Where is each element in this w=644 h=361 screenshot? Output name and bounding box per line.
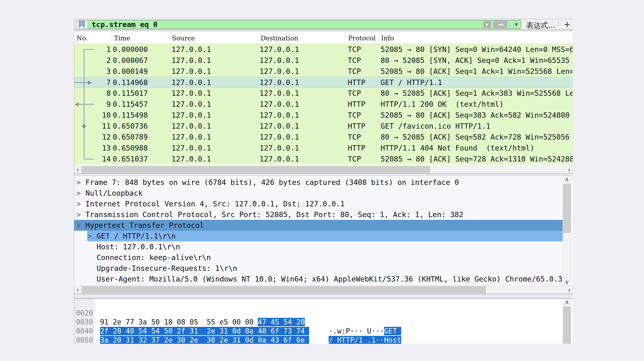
column-header-protocol[interactable]: Protocol (348, 34, 376, 42)
display-filter-input[interactable]: tcp.stream eq 0 × → ▾ (88, 21, 521, 29)
apply-filter-button[interactable]: → (493, 21, 508, 28)
wireshark-window: tcp.stream eq 0 × → ▾ 表达式… + No. Time So… (74, 19, 572, 344)
column-header-no[interactable]: No. (76, 34, 88, 42)
column-divider[interactable] (345, 31, 345, 44)
display-filter-box[interactable]: tcp.stream eq 0 × → ▾ (76, 20, 521, 29)
packet-row[interactable]: 7 0.114968 127.0.0.1 127.0.0.1 HTTP GET … (74, 77, 573, 88)
expander-icon[interactable]: ∨ (76, 220, 81, 231)
detail-row[interactable]: > Frame 7: 848 bytes on wire (6784 bits)… (74, 177, 563, 188)
expander-icon[interactable]: > (76, 188, 81, 198)
packet-row[interactable]: 8 0.115017 127.0.0.1 127.0.0.1 TCP 80 → … (74, 88, 573, 99)
scroll-left-icon[interactable]: ‹ (74, 286, 81, 293)
packet-destination: 127.0.0.1 (260, 77, 299, 88)
packet-source: 127.0.0.1 (172, 154, 211, 165)
packet-row[interactable]: 3 0.000149 127.0.0.1 127.0.0.1 TCP 52085… (74, 66, 573, 77)
detail-text: Frame 7: 848 bytes on wire (6784 bits), … (86, 177, 459, 188)
detail-vscrollbar[interactable]: ∧ ∨ (563, 176, 571, 286)
related-packet-mark (74, 121, 94, 132)
packet-destination: 127.0.0.1 (260, 88, 299, 99)
detail-row[interactable]: Host: 127.0.0.1\r\n (74, 241, 563, 252)
packet-row[interactable]: 10 0.115498 127.0.0.1 127.0.0.1 TCP 5208… (74, 110, 573, 121)
add-filter-button[interactable]: + (564, 20, 570, 29)
detail-row[interactable]: > Null/Loopback (74, 188, 563, 198)
packet-protocol: HTTP (348, 99, 365, 110)
detail-row[interactable]: > Transmission Control Protocol, Src Por… (74, 209, 563, 220)
packet-destination: 127.0.0.1 (260, 132, 299, 143)
hex-vscrollbar[interactable]: ∧ (563, 298, 571, 344)
clear-filter-button[interactable]: × (484, 21, 491, 28)
hex-row[interactable]: 0020 91 2e 77 3a 50 18 08 05 55 e5 00 00… (74, 299, 573, 309)
pane-splitter[interactable] (74, 174, 573, 176)
packet-protocol: TCP (348, 55, 361, 66)
filter-dropdown-icon[interactable]: ▾ (515, 21, 518, 28)
expression-button[interactable]: 表达式… (526, 21, 555, 30)
column-divider[interactable] (258, 31, 259, 44)
packet-row[interactable]: 14 0.651037 127.0.0.1 127.0.0.1 TCP 5208… (74, 154, 573, 165)
scrollbar-thumb[interactable] (563, 184, 571, 233)
packet-no: 1 (94, 44, 111, 55)
scroll-up-icon[interactable]: ∧ (563, 299, 571, 306)
packet-row[interactable]: 2 0.000067 127.0.0.1 127.0.0.1 TCP 80 → … (74, 55, 573, 66)
column-header-info[interactable]: Info (381, 34, 394, 42)
packet-row[interactable]: 11 0.650736 127.0.0.1 127.0.0.1 HTTP GET… (74, 121, 573, 132)
toolbar-separator (558, 21, 558, 27)
packet-protocol: TCP (348, 88, 361, 99)
scrollbar-thumb[interactable] (563, 306, 571, 344)
pane-splitter[interactable] (74, 294, 573, 298)
detail-row[interactable]: > Internet Protocol Version 4, Src: 127.… (74, 198, 563, 209)
scroll-left-icon[interactable]: ‹ (74, 166, 81, 174)
scroll-right-icon[interactable]: › (566, 166, 572, 174)
packet-no: 13 (94, 143, 111, 154)
packet-time: 0.650988 (113, 143, 148, 154)
scroll-right-icon[interactable]: › (566, 286, 572, 293)
packet-no: 12 (94, 132, 111, 143)
packet-info: 52085 → 80 [SYN] Seq=0 Win=64240 Len=0 M… (380, 44, 573, 55)
column-divider[interactable] (379, 31, 379, 44)
hex-row[interactable]: 0060 69 76 65 0d 0a 55 70 67 72 61 64 65… (74, 336, 573, 344)
packet-protocol: TCP (348, 154, 361, 165)
detail-row[interactable]: User-Agent: Mozilla/5.0 (Windows NT 10.0… (74, 274, 563, 284)
detail-row[interactable]: > GET / HTTP/1.1\r\n (74, 231, 563, 241)
detail-row[interactable]: Upgrade-Insecure-Requests: 1\r\n (74, 263, 563, 274)
packet-row[interactable]: 9 0.115457 127.0.0.1 127.0.0.1 HTTP HTTP… (74, 99, 573, 110)
packet-row[interactable]: 1 0.000000 127.0.0.1 127.0.0.1 TCP 52085… (74, 44, 573, 55)
detail-row[interactable]: Connection: keep-alive\r\n (74, 252, 563, 263)
scrollbar-thumb[interactable] (82, 286, 486, 293)
filter-bookmark-button[interactable] (76, 21, 88, 29)
column-divider[interactable] (170, 31, 171, 44)
packet-source: 127.0.0.1 (172, 121, 211, 132)
hex-row[interactable]: 0030 2f 20 48 54 54 50 2f 31 2e 31 0d 0a… (74, 309, 573, 318)
packet-row[interactable]: 13 0.650988 127.0.0.1 127.0.0.1 HTTP HTT… (74, 143, 573, 154)
packet-list-hscrollbar[interactable]: ‹ › (74, 166, 573, 174)
expander-icon[interactable]: > (76, 209, 81, 220)
related-packet-mark (74, 55, 94, 66)
detail-row[interactable]: ∨ Hypertext Transfer Protocol (74, 220, 563, 231)
expander-icon[interactable]: > (76, 177, 81, 188)
detail-hscrollbar[interactable]: ‹ › (74, 286, 573, 294)
packet-time: 0.115017 (113, 88, 148, 99)
filter-text[interactable]: tcp.stream eq 0 (92, 20, 158, 29)
detail-text: User-Agent: Mozilla/5.0 (Windows NT 10.0… (96, 274, 563, 284)
hex-row[interactable]: 0040 3a 20 31 32 37 2e 30 2e 30 2e 31 0d… (74, 318, 573, 327)
expander-icon[interactable]: > (88, 231, 92, 241)
expander-icon[interactable]: > (76, 198, 81, 209)
column-header-destination[interactable]: Destination (260, 34, 298, 42)
packet-time: 0.000149 (113, 66, 148, 77)
scroll-up-icon[interactable]: ∧ (563, 176, 571, 183)
hex-row[interactable]: 0050 6e 65 63 74 69 6f 6e 3a 20 6b 65 65… (74, 327, 573, 336)
column-header-time[interactable]: Time (114, 34, 130, 42)
packet-destination: 127.0.0.1 (260, 55, 299, 66)
packet-info: 52085 → 80 [ACK] Seq=1 Ack=1 Win=525568 … (380, 66, 573, 77)
scroll-down-icon[interactable]: ∨ (563, 278, 571, 285)
related-packet-mark (74, 99, 94, 110)
packet-info: 52085 → 80 [ACK] Seq=383 Ack=582 Win=524… (380, 110, 573, 121)
column-header-source[interactable]: Source (172, 34, 195, 42)
packet-row[interactable]: 12 0.650789 127.0.0.1 127.0.0.1 TCP 80 →… (74, 132, 573, 143)
packet-info: GET / HTTP/1.1 (380, 77, 573, 88)
detail-text: Connection: keep-alive\r\n (96, 252, 211, 263)
column-divider[interactable] (112, 31, 112, 44)
packet-protocol: TCP (348, 110, 361, 121)
related-packet-mark (74, 77, 94, 88)
scrollbar-thumb[interactable] (82, 166, 430, 173)
detail-text: Hypertext Transfer Protocol (86, 220, 204, 231)
